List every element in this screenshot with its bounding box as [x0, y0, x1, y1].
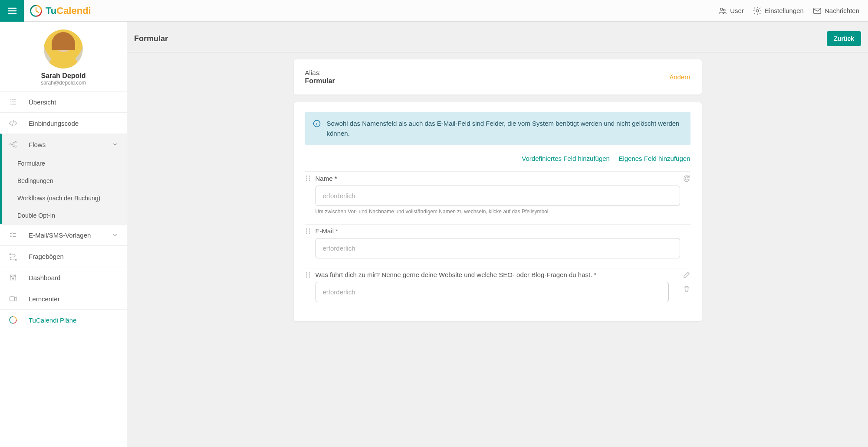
- sliders-icon: [9, 273, 17, 282]
- sidebar-item-plans[interactable]: TuCalendi Pläne: [0, 309, 127, 330]
- svg-point-4: [10, 144, 11, 145]
- nav-label: TuCalendi Pläne: [29, 316, 118, 324]
- alias-value: Formular: [305, 77, 335, 85]
- avatar[interactable]: [44, 29, 83, 69]
- flows-subnav: Formulare Bedingungen Workflows (nach de…: [0, 155, 127, 224]
- svg-point-14: [306, 176, 307, 177]
- page-title: Formular: [134, 34, 168, 43]
- sidebar-item-overview[interactable]: Übersicht: [0, 91, 127, 112]
- svg-point-25: [309, 232, 310, 234]
- subnav-forms[interactable]: Formulare: [2, 155, 127, 172]
- field-actions: [683, 271, 690, 293]
- logo-small-icon: [9, 316, 17, 324]
- svg-point-26: [306, 272, 307, 273]
- sidebar-item-surveys[interactable]: Fragebögen: [0, 245, 127, 267]
- sidebar-item-templates[interactable]: E-Mail/SMS-Vorlagen: [0, 224, 127, 245]
- name-input[interactable]: [316, 186, 680, 206]
- sidebar-item-learn[interactable]: Lerncenter: [0, 288, 127, 309]
- main: Formular Zurück Alias: Formular Ändern S…: [127, 22, 868, 447]
- subnav-conditions[interactable]: Bedingungen: [2, 172, 127, 189]
- svg-point-21: [309, 228, 310, 229]
- svg-point-19: [309, 179, 310, 181]
- field-label: E-Mail *: [316, 227, 690, 235]
- sidebar-item-dashboard[interactable]: Dashboard: [0, 267, 127, 288]
- user-label: User: [730, 7, 744, 14]
- logo-text: TuCalendi: [46, 5, 91, 16]
- nav-label: Dashboard: [29, 274, 118, 281]
- field-row: Name * Um zwischen Vor- und Nachname und…: [305, 171, 690, 215]
- drag-handle-icon[interactable]: [305, 228, 311, 234]
- subnav-doubleoptin[interactable]: Double Opt-In: [2, 207, 127, 224]
- video-icon: [9, 294, 17, 303]
- nav-label: Übersicht: [29, 98, 118, 106]
- users-icon: [718, 6, 727, 16]
- nav-label: Lerncenter: [29, 295, 118, 303]
- svg-point-30: [306, 276, 307, 277]
- alias-change-link[interactable]: Ändern: [669, 73, 690, 81]
- question-input[interactable]: [316, 282, 669, 302]
- svg-point-5: [15, 141, 16, 143]
- settings-label: Einstellungen: [765, 7, 804, 14]
- alias-label: Alias:: [305, 69, 335, 76]
- edit-icon[interactable]: [683, 271, 690, 279]
- svg-point-18: [306, 179, 307, 181]
- sidebar: Sarah Depold sarah@depold.com Übersicht …: [0, 22, 127, 447]
- envelope-icon: [812, 6, 822, 16]
- info-icon: [313, 120, 321, 127]
- user-menu[interactable]: User: [718, 6, 744, 16]
- svg-rect-3: [814, 8, 821, 13]
- flow-icon: [9, 140, 17, 149]
- messages-label: Nachrichten: [825, 7, 859, 14]
- field-hint: Um zwischen Vor- und Nachname und vollst…: [316, 209, 690, 215]
- svg-point-29: [309, 274, 310, 275]
- field-label: Name *: [316, 175, 678, 182]
- logo[interactable]: TuCalendi: [24, 4, 91, 18]
- svg-point-22: [306, 230, 307, 232]
- route-icon: [9, 252, 17, 261]
- logo-icon: [29, 4, 43, 18]
- svg-point-17: [309, 177, 310, 179]
- sidebar-item-flows[interactable]: Flows: [0, 134, 127, 155]
- back-button[interactable]: Zurück: [827, 31, 861, 46]
- topbar-actions: User Einstellungen Nachrichten: [718, 6, 868, 16]
- svg-point-20: [306, 228, 307, 229]
- add-custom-link[interactable]: Eigenes Feld hinzufügen: [618, 155, 690, 162]
- settings-menu[interactable]: Einstellungen: [753, 6, 804, 16]
- email-input[interactable]: [316, 238, 680, 258]
- subnav-workflows[interactable]: Workflows (nach der Buchung): [2, 189, 127, 207]
- svg-rect-12: [10, 297, 15, 301]
- topbar: TuCalendi User Einstellungen Nachrichten: [0, 0, 868, 22]
- alias-card: Alias: Formular Ändern: [294, 59, 702, 95]
- drag-handle-icon[interactable]: [305, 272, 311, 278]
- gear-icon: [753, 6, 762, 16]
- svg-point-15: [309, 176, 310, 177]
- page-header: Formular Zurück: [127, 22, 868, 52]
- hamburger-icon: [7, 6, 17, 16]
- nav-label: Einbindungscode: [29, 120, 118, 127]
- messages-menu[interactable]: Nachrichten: [812, 6, 859, 16]
- svg-point-16: [306, 177, 307, 179]
- nav-label: Flows: [29, 141, 112, 148]
- action-links: Vordefiniertes Feld hinzufügen Eigenes F…: [305, 155, 690, 163]
- delete-icon[interactable]: [683, 285, 690, 293]
- chevron-down-icon: [112, 141, 118, 147]
- svg-point-0: [720, 8, 723, 10]
- nav-label: Fragebögen: [29, 253, 118, 260]
- info-text: Sowohl das Namensfeld als auch das E-Mai…: [327, 119, 683, 138]
- field-row: E-Mail *: [305, 224, 690, 258]
- refresh-icon[interactable]: [683, 174, 690, 182]
- drag-handle-icon[interactable]: [305, 175, 311, 181]
- profile: Sarah Depold sarah@depold.com: [0, 22, 127, 91]
- field-label: Was führt dich zu mir? Nenne gerne deine…: [316, 271, 679, 278]
- svg-point-24: [306, 232, 307, 234]
- list-icon: [9, 98, 17, 106]
- svg-point-1: [723, 9, 726, 11]
- svg-point-6: [15, 146, 16, 147]
- svg-point-31: [309, 276, 310, 277]
- info-banner: Sowohl das Namensfeld als auch das E-Mai…: [305, 112, 690, 145]
- svg-point-23: [309, 230, 310, 232]
- add-predefined-link[interactable]: Vordefiniertes Feld hinzufügen: [522, 155, 610, 162]
- hamburger-button[interactable]: [0, 0, 24, 22]
- sidebar-item-embed[interactable]: Einbindungscode: [0, 112, 127, 134]
- profile-email: sarah@depold.com: [4, 80, 122, 86]
